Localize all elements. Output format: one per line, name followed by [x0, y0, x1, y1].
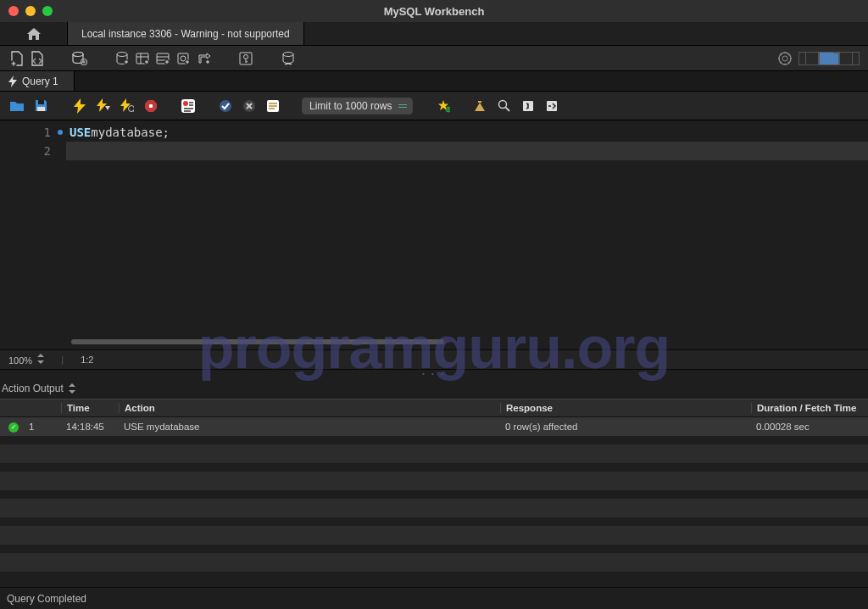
svg-point-17 — [782, 56, 787, 61]
col-response[interactable]: Response — [500, 403, 751, 413]
lightning-icon — [8, 75, 17, 87]
traffic-lights — [0, 6, 53, 16]
table-row[interactable]: ✓114:18:45USE mydatabase0 row(s) affecte… — [0, 417, 868, 436]
output-type-dropdown[interactable]: Action Output — [2, 383, 75, 394]
output-table-header: Time Action Response Duration / Fetch Ti… — [0, 399, 868, 417]
limit-rows-dropdown[interactable]: Limit to 1000 rows — [302, 98, 413, 115]
col-duration[interactable]: Duration / Fetch Time — [751, 403, 868, 413]
minimize-window-button[interactable] — [25, 6, 36, 16]
zoom-window-button[interactable] — [42, 6, 53, 16]
svg-point-23 — [183, 101, 188, 106]
explain-button[interactable] — [119, 98, 136, 115]
svg-rect-19 — [37, 107, 45, 111]
editor-statusbar: 100% | 1:2 — [0, 349, 868, 370]
svg-point-24 — [220, 100, 231, 112]
rollback-button[interactable] — [241, 98, 258, 115]
toggle-autocommit-button[interactable] — [264, 98, 281, 115]
open-file-button[interactable] — [8, 98, 25, 115]
app-title: MySQL Workbench — [0, 5, 868, 18]
svg-point-28 — [499, 100, 507, 108]
toggle-bottom-panel[interactable] — [819, 52, 839, 65]
reconnect-button[interactable] — [280, 50, 297, 67]
status-text: Query Completed — [7, 593, 86, 605]
beautify-button[interactable] — [435, 98, 452, 115]
query-tab-label: Query 1 — [22, 75, 58, 87]
settings-gear-button[interactable] — [776, 50, 793, 67]
save-file-button[interactable] — [32, 98, 49, 115]
svg-rect-21 — [149, 104, 153, 108]
connection-tab[interactable]: Local instance 3306 - Warning - not supp… — [68, 22, 304, 45]
schema-button-4[interactable] — [175, 50, 192, 67]
execute-button[interactable] — [71, 98, 88, 115]
sql-editor[interactable]: 12 USE mydatabase; — [0, 120, 868, 349]
query-tab[interactable]: Query 1 — [0, 71, 75, 91]
editor-toolbar: Limit to 1000 rows — [0, 92, 868, 120]
execute-current-button[interactable] — [95, 98, 112, 115]
check-icon: ✓ — [8, 422, 19, 433]
svg-point-14 — [244, 54, 248, 59]
splitter-grip[interactable]: • • • — [0, 370, 868, 378]
query-options-button[interactable] — [237, 50, 254, 67]
home-tab[interactable] — [0, 22, 68, 45]
status-bar: Query Completed — [0, 587, 868, 609]
chevron-updown-icon — [69, 383, 75, 394]
connection-tab-label: Local instance 3306 - Warning - not supp… — [81, 28, 290, 40]
col-time[interactable]: Time — [61, 403, 119, 413]
svg-point-3 — [117, 52, 127, 56]
svg-point-10 — [181, 56, 186, 61]
query-tabs: Query 1 — [0, 71, 868, 92]
find-button[interactable] — [472, 98, 489, 115]
svg-rect-18 — [38, 100, 44, 104]
chevron-updown-icon — [37, 354, 44, 364]
output-panel-header: Action Output — [0, 378, 868, 399]
schema-button-3[interactable] — [154, 50, 171, 67]
zoom-level[interactable]: 100% — [8, 354, 44, 366]
horizontal-scrollbar[interactable] — [71, 339, 444, 344]
snippets-button[interactable] — [543, 98, 560, 115]
auto-commit-toggle[interactable] — [180, 98, 197, 115]
editor-code[interactable]: USE mydatabase; — [66, 120, 868, 349]
stop-button[interactable] — [142, 98, 159, 115]
schema-button-1[interactable] — [114, 50, 131, 67]
toggle-right-panel[interactable] — [839, 52, 860, 65]
col-action[interactable]: Action — [119, 403, 500, 413]
schema-button-5[interactable] — [195, 50, 212, 67]
commit-button[interactable] — [217, 98, 234, 115]
home-icon — [26, 27, 42, 41]
admin-server-button[interactable] — [71, 50, 88, 67]
svg-point-20 — [129, 105, 135, 111]
cursor-position: 1:2 — [81, 355, 93, 365]
main-toolbar — [0, 46, 868, 71]
schema-button-2[interactable] — [134, 50, 151, 67]
close-window-button[interactable] — [8, 6, 19, 16]
titlebar: MySQL Workbench — [0, 0, 868, 22]
wrap-button[interactable] — [520, 98, 537, 115]
svg-point-1 — [73, 52, 83, 56]
output-rows: ✓114:18:45USE mydatabase0 row(s) affecte… — [0, 417, 868, 587]
limit-rows-label: Limit to 1000 rows — [309, 100, 392, 112]
svg-point-15 — [283, 52, 293, 56]
toggle-left-panel[interactable] — [798, 52, 819, 65]
editor-gutter: 12 — [0, 120, 66, 349]
new-sql-tab-button[interactable] — [8, 50, 25, 67]
open-sql-file-button[interactable] — [29, 50, 46, 67]
panel-toggles — [798, 52, 860, 65]
invisible-chars-button[interactable] — [496, 98, 513, 115]
connection-tabs: Local instance 3306 - Warning - not supp… — [0, 22, 868, 46]
